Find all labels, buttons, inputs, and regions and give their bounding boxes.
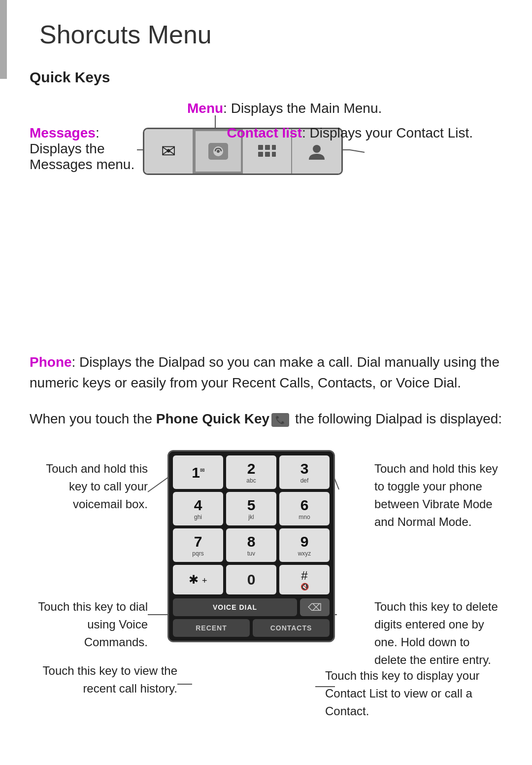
key-5[interactable]: 5 jkl xyxy=(226,492,276,525)
phone-quick-key-icon xyxy=(271,413,289,427)
voice-dial-button[interactable]: VOICE DIAL xyxy=(173,598,297,616)
contact-list-description: : Displays your Contact List. xyxy=(302,125,473,140)
annotation-voice-dial: Touch this key to dial using Voice Comma… xyxy=(30,598,148,651)
svg-rect-7 xyxy=(265,152,270,157)
key-9[interactable]: 9 wxyz xyxy=(279,528,330,562)
key-7[interactable]: 7 pqrs xyxy=(173,528,223,562)
key-star[interactable]: ✱ + xyxy=(173,565,223,594)
touch-paragraph: When you touch the Phone Quick Key the f… xyxy=(30,408,502,430)
key-1[interactable]: 1✉ xyxy=(173,455,223,489)
annotation-contacts: Touch this key to display your Contact L… xyxy=(325,667,502,720)
svg-line-13 xyxy=(350,150,365,152)
messages-label: Messages: Displays the Messages menu. xyxy=(30,125,138,173)
menu-label: Menu: Displays the Main Menu. xyxy=(187,101,382,116)
dialpad-section: Touch and hold this key to call your voi… xyxy=(30,450,502,765)
annotation-voicemail: Touch and hold this key to call your voi… xyxy=(30,460,148,513)
key-4[interactable]: 4 ghi xyxy=(173,492,223,525)
svg-rect-5 xyxy=(272,145,276,150)
contact-list-label: Contact list: Displays your Contact List… xyxy=(227,125,473,141)
svg-line-14 xyxy=(148,477,168,492)
key-6[interactable]: 6 mno xyxy=(279,492,330,525)
messages-link: Messages xyxy=(30,125,96,140)
svg-point-2 xyxy=(217,150,220,153)
annotation-delete: Touch this key to delete digits entered … xyxy=(374,598,502,669)
key-zero[interactable]: 0 xyxy=(226,565,276,594)
phone-description: Phone: Displays the Dialpad so you can m… xyxy=(30,352,502,393)
key-3[interactable]: 3 def xyxy=(279,455,330,489)
svg-point-9 xyxy=(313,145,321,153)
menu-description: : Displays the Main Menu. xyxy=(223,101,382,116)
annotation-vibrate: Touch and hold this key to toggle your p… xyxy=(374,460,502,531)
svg-rect-6 xyxy=(258,152,263,157)
touch-suffix: the following Dialpad is displayed: xyxy=(291,411,502,426)
svg-rect-4 xyxy=(265,145,270,150)
recent-button[interactable]: RECENT xyxy=(173,619,250,637)
contacts-button[interactable]: CONTACTS xyxy=(253,619,330,637)
key-8[interactable]: 8 tuv xyxy=(226,528,276,562)
phone-desc-text: : Displays the Dialpad so you can make a… xyxy=(30,354,499,390)
touch-prefix: When you touch the xyxy=(30,411,156,426)
page-title: Shorcuts Menu xyxy=(30,20,502,49)
touch-bold: Phone Quick Key xyxy=(156,411,269,426)
backspace-button[interactable]: ⌫ xyxy=(300,598,330,616)
menu-link: Menu xyxy=(187,101,223,116)
annotation-recent: Touch this key to view the recent call h… xyxy=(30,662,177,697)
key-2[interactable]: 2 abc xyxy=(226,455,276,489)
toolbar-messages-icon[interactable]: ✉ xyxy=(144,129,194,174)
section-title: Quick Keys xyxy=(30,69,502,86)
contact-list-link: Contact list xyxy=(227,125,302,140)
svg-rect-3 xyxy=(258,145,263,150)
phone-link: Phone xyxy=(30,354,72,370)
key-hash[interactable]: # 🔇 xyxy=(279,565,330,594)
accent-bar xyxy=(0,0,7,79)
dialpad: 1✉ 2 abc 3 def 4 ghi xyxy=(167,450,335,642)
svg-rect-8 xyxy=(272,152,276,157)
